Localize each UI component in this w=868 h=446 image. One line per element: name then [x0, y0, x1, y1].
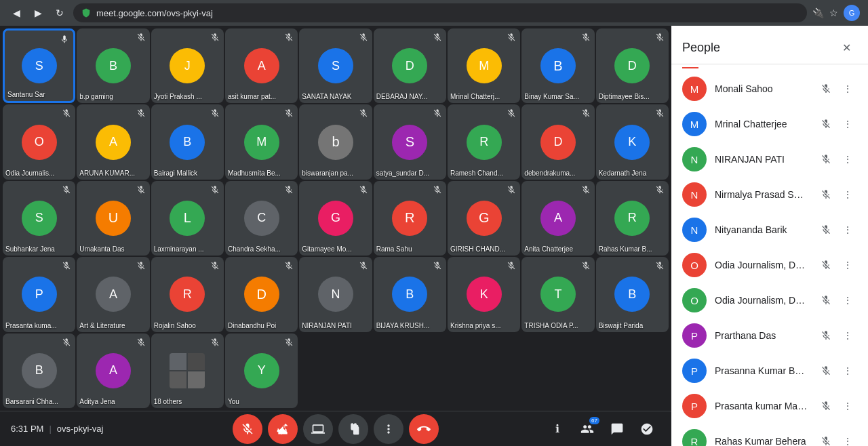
mic-button[interactable] — [233, 414, 262, 444]
people-list-item[interactable]: O Odia Journalism, Dhenka... ⋮ — [671, 283, 868, 318]
people-more-button[interactable]: ⋮ — [838, 185, 857, 204]
video-tile-12[interactable]: B Bairagi Mallick — [151, 104, 224, 179]
people-more-button[interactable]: ⋮ — [838, 326, 857, 345]
people-list-item[interactable]: R Rahas Kumar Behera ⋮ — [671, 424, 868, 446]
people-more-button[interactable]: ⋮ — [838, 150, 857, 169]
mic-muted-icon — [60, 184, 73, 196]
video-tile-35[interactable]: T TRISHA ODIA P... — [521, 257, 594, 331]
people-mic-button[interactable] — [816, 256, 835, 275]
people-list-item[interactable]: M Mrinal Chatterjee ⋮ — [671, 106, 868, 142]
video-tile-32[interactable]: N NIRANJAN PATI — [299, 257, 372, 331]
forward-button[interactable]: ▶ — [30, 5, 46, 21]
video-tile-37[interactable]: B Barsarani Chha... — [3, 333, 75, 408]
people-more-button[interactable]: ⋮ — [838, 291, 857, 310]
bookmark-icon[interactable]: ☆ — [829, 7, 838, 18]
video-tile-5[interactable]: S SANATA NAYAK — [299, 28, 372, 103]
tile-name: Krishna priya s... — [450, 322, 509, 329]
video-tile-2[interactable]: B b.p gaming — [77, 28, 149, 103]
people-mic-button[interactable] — [816, 291, 835, 310]
more-options-button[interactable] — [374, 414, 403, 444]
video-tile-22[interactable]: C Chandra Sekha... — [225, 181, 298, 256]
tile-avatar: N — [318, 277, 353, 312]
people-list-item[interactable]: P Prasanta kumar Mangaraj ⋮ — [671, 388, 868, 424]
video-tile-21[interactable]: L Laxminarayan ... — [151, 181, 224, 256]
people-list-item[interactable]: N Nirmalya Prasad Sahu ⋮ — [671, 177, 868, 212]
video-tile-19[interactable]: S Subhankar Jena — [3, 181, 75, 256]
video-tile-6[interactable]: D DEBARAJ NAY... — [374, 28, 446, 103]
video-tile-17[interactable]: D debendrakuma... — [521, 104, 594, 179]
video-area: S Santanu Sar B b.p gaming J Jyoti Praka… — [0, 26, 671, 446]
video-tile-13[interactable]: M Madhusmita Be... — [225, 104, 298, 179]
people-list-item[interactable]: P Prarthana Das ⋮ — [671, 318, 868, 353]
video-tile-36[interactable]: B Biswajit Parida — [596, 257, 669, 331]
video-tile-1[interactable]: S Santanu Sar — [3, 28, 75, 103]
people-more-button[interactable]: ⋮ — [838, 397, 857, 415]
camera-button[interactable] — [268, 414, 298, 444]
people-mic-button[interactable] — [816, 432, 835, 446]
people-mic-button[interactable] — [816, 150, 835, 169]
video-tile-33[interactable]: B BIJAYA KRUSH... — [374, 257, 446, 331]
video-tile-34[interactable]: K Krishna priya s... — [448, 257, 520, 331]
people-mic-button[interactable] — [816, 185, 835, 204]
video-tile-11[interactable]: A ARUNA KUMAR... — [77, 104, 149, 179]
video-tile-8[interactable]: B Binay Kumar Sa... — [521, 28, 594, 103]
people-mic-button[interactable] — [816, 79, 835, 98]
tile-name: asit kumar pat... — [228, 93, 287, 100]
video-tile-9[interactable]: D Diptimayee Bis... — [596, 28, 669, 103]
people-more-button[interactable]: ⋮ — [838, 79, 857, 98]
people-mic-button[interactable] — [816, 115, 835, 134]
video-tile-4[interactable]: A asit kumar pat... — [225, 28, 298, 103]
back-button[interactable]: ◀ — [8, 5, 24, 21]
people-more-button[interactable]: ⋮ — [838, 220, 857, 239]
present-button[interactable] — [303, 414, 333, 444]
people-list-item[interactable]: N NIRANJAN PATI ⋮ — [671, 142, 868, 177]
people-list-item[interactable]: M Monali Sahoo ⋮ — [671, 71, 868, 106]
video-tile-31[interactable]: D Dinabandhu Poi — [225, 257, 298, 331]
extensions-icon[interactable]: 🔌 — [812, 7, 824, 18]
video-tile-18[interactable]: K Kedarnath Jena — [596, 104, 669, 179]
video-tile-26[interactable]: A Anita Chatterjee — [521, 181, 594, 256]
activities-button[interactable] — [633, 415, 660, 443]
video-tile-39[interactable]: 18 others — [151, 333, 224, 408]
video-tile-16[interactable]: R Ramesh Chand... — [448, 104, 520, 179]
people-more-button[interactable]: ⋮ — [838, 256, 857, 275]
tile-avatar: B — [170, 125, 205, 160]
tile-name: Gitamayee Mo... — [302, 245, 361, 253]
info-button[interactable]: ℹ — [544, 415, 571, 443]
people-more-button[interactable]: ⋮ — [838, 361, 857, 380]
video-tile-29[interactable]: A Art & Literature — [77, 257, 149, 331]
people-mic-button[interactable] — [816, 220, 835, 239]
refresh-button[interactable]: ↻ — [52, 5, 68, 21]
people-list-item[interactable]: N Nityananda Barik ⋮ — [671, 212, 868, 247]
people-mic-button[interactable] — [816, 397, 835, 415]
profile-icon[interactable]: G — [844, 5, 860, 21]
video-tile-38[interactable]: A Aditya Jena — [77, 333, 149, 408]
people-more-button[interactable]: ⋮ — [838, 115, 857, 134]
people-more-button[interactable]: ⋮ — [838, 432, 857, 446]
hand-raise-button[interactable] — [338, 414, 368, 444]
address-bar[interactable]: meet.google.com/ovs-pkyi-vaj — [73, 3, 807, 22]
video-tile-3[interactable]: J Jyoti Prakash ... — [151, 28, 224, 103]
people-list-item[interactable]: P Prasanna Kumar Baral ⋮ — [671, 353, 868, 388]
tile-name: NIRANJAN PATI — [302, 322, 361, 329]
people-mic-button[interactable] — [816, 326, 835, 345]
people-list-item[interactable]: O Odia Journalism, Dhenka... ⋮ — [671, 247, 868, 283]
video-tile-40[interactable]: Y You — [225, 333, 298, 408]
video-tile-30[interactable]: R Rojalin Sahoo — [151, 257, 224, 331]
video-tile-15[interactable]: S satya_sundar D... — [374, 104, 446, 179]
people-mic-button[interactable] — [816, 361, 835, 380]
video-tile-24[interactable]: R Rama Sahu — [374, 181, 446, 256]
end-call-button[interactable] — [409, 414, 439, 444]
video-tile-20[interactable]: U Umakanta Das — [77, 181, 149, 256]
video-tile-7[interactable]: M Mrinal Chatterj... — [448, 28, 520, 103]
chat-button[interactable] — [604, 415, 631, 443]
video-tile-27[interactable]: R Rahas Kumar B... — [596, 181, 669, 256]
video-tile-10[interactable]: O Odia Journalis... — [3, 104, 75, 179]
video-tile-25[interactable]: G GIRISH CHAND... — [448, 181, 520, 256]
people-name: Nirmalya Prasad Sahu — [715, 189, 808, 200]
video-tile-23[interactable]: G Gitamayee Mo... — [299, 181, 372, 256]
video-tile-28[interactable]: P Prasanta kuma... — [3, 257, 75, 331]
video-tile-14[interactable]: b biswaranjan pa... — [299, 104, 372, 179]
people-button[interactable]: 67 — [574, 415, 601, 443]
people-close-button[interactable]: ✕ — [835, 37, 857, 58]
